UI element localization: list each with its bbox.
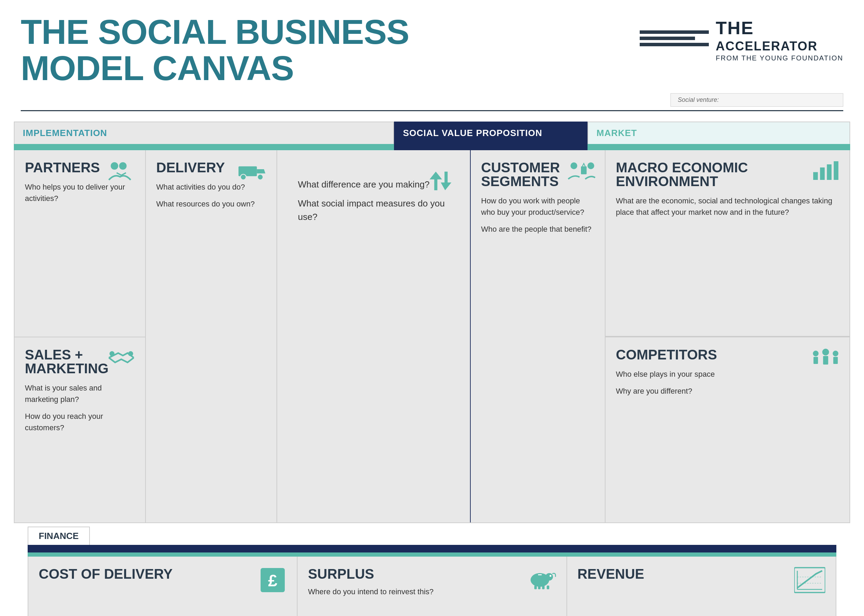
surplus-piggy-icon xyxy=(525,566,556,591)
svg-rect-28 xyxy=(534,586,537,589)
customer-segments-icon xyxy=(565,159,596,183)
svg-marker-7 xyxy=(430,171,442,190)
svg-point-2 xyxy=(110,351,114,356)
macro-economic-icon-wrap xyxy=(810,159,841,184)
logo-from: FROM THE YOUNG FOUNDATION xyxy=(716,54,843,62)
svg-point-9 xyxy=(571,162,577,169)
svg-rect-15 xyxy=(834,161,839,180)
header-divider xyxy=(21,110,843,111)
logo-the: THE xyxy=(716,17,843,39)
top-bar xyxy=(14,144,850,150)
finance-cell-surplus: SURPLUS Where do you intend to reinvest … xyxy=(297,556,566,616)
surplus-title: SURPLUS xyxy=(308,566,556,582)
svg-rect-10 xyxy=(581,167,587,174)
svg-point-25 xyxy=(546,573,553,581)
sales-marketing-icon-wrap xyxy=(106,346,137,371)
cell-delivery: DELIVERY What activities do you do? What… xyxy=(146,150,276,522)
top-bar-implementation xyxy=(14,144,394,150)
delivery-body: What activities do you do? What resource… xyxy=(156,181,266,210)
main-title-block: THE SOCIAL BUSINESS MODEL CANVAS xyxy=(21,14,409,86)
section-label-implementation: IMPLEMENTATION xyxy=(14,121,394,144)
logo-line-2 xyxy=(640,36,695,40)
svg-rect-21 xyxy=(833,357,838,364)
svg-rect-27 xyxy=(547,586,549,589)
svg-rect-31 xyxy=(538,574,542,575)
social-value-icon-wrap xyxy=(420,169,451,195)
top-bar-social xyxy=(394,144,588,150)
logo-line-3 xyxy=(640,43,709,46)
revenue-chart-icon xyxy=(794,566,825,594)
svg-marker-8 xyxy=(441,171,451,190)
competitors-title: COMPETITORS xyxy=(616,348,839,361)
logo-text: THE ACCELERATOR FROM THE YOUNG FOUNDATIO… xyxy=(716,17,843,62)
competitors-icon-wrap xyxy=(810,346,841,371)
finance-bar xyxy=(28,545,836,553)
svg-point-20 xyxy=(832,351,838,356)
finance-section: FINANCE COST OF DELIVERY £ xyxy=(14,523,850,616)
svg-point-5 xyxy=(241,174,246,180)
partners-icon-wrap xyxy=(106,159,137,184)
svg-point-6 xyxy=(257,174,263,180)
macro-economic-body: What are the economic, social and techno… xyxy=(616,195,839,218)
main-grid: PARTNERS Who helps you to deliver your a… xyxy=(14,150,850,523)
logo-line-1 xyxy=(640,30,709,34)
cell-macro-economic: MACRO ECONOMIC ENVIRONMENT What are the … xyxy=(605,150,850,337)
finance-label-bar: FINANCE xyxy=(14,523,850,545)
partners-body: Who helps you to deliver your activities… xyxy=(25,181,135,204)
cost-icon: £ xyxy=(259,566,287,599)
macro-economic-icon xyxy=(810,159,841,183)
finance-cell-cost: COST OF DELIVERY £ xyxy=(28,556,297,616)
svg-rect-12 xyxy=(813,172,818,180)
section-labels: IMPLEMENTATION SOCIAL VALUE PROPOSITION … xyxy=(14,121,850,144)
svg-rect-13 xyxy=(820,168,825,180)
logo-lines-icon xyxy=(640,30,709,46)
customer-segments-body: How do you work with people who buy your… xyxy=(481,195,594,235)
canvas-area: IMPLEMENTATION SOCIAL VALUE PROPOSITION … xyxy=(0,121,864,616)
logo-row: THE ACCELERATOR FROM THE YOUNG FOUNDATIO… xyxy=(640,17,843,62)
col-delivery: DELIVERY What activities do you do? What… xyxy=(146,150,277,522)
cost-pound-icon: £ xyxy=(259,566,287,594)
svg-point-0 xyxy=(110,162,118,170)
social-value-inner: What difference are you making? What soc… xyxy=(287,160,460,515)
header: THE SOCIAL BUSINESS MODEL CANVAS THE ACC… xyxy=(0,0,864,93)
col-partners: PARTNERS Who helps you to deliver your a… xyxy=(14,150,146,522)
customer-segments-icon-wrap xyxy=(565,159,596,184)
social-value-icon xyxy=(420,169,451,193)
macro-economic-title: MACRO ECONOMIC ENVIRONMENT xyxy=(616,160,839,188)
svg-point-30 xyxy=(550,575,551,577)
social-venture-row: Social venture: xyxy=(0,93,864,107)
svg-point-16 xyxy=(813,351,818,356)
svg-point-3 xyxy=(128,351,133,356)
svg-point-1 xyxy=(119,162,127,170)
col-macro: MACRO ECONOMIC ENVIRONMENT What are the … xyxy=(605,150,850,522)
col-social-value: What difference are you making? What soc… xyxy=(277,150,471,522)
svg-rect-14 xyxy=(827,164,832,180)
cell-sales-marketing: SALES + MARKETING What is your sales and… xyxy=(14,337,145,522)
competitors-icon xyxy=(810,346,841,370)
sales-marketing-icon xyxy=(106,346,137,370)
cell-customer-segments: CUSTOMER SEGMENTS How do you work with p… xyxy=(471,150,605,522)
surplus-icon xyxy=(525,566,556,596)
finance-label: FINANCE xyxy=(28,526,90,545)
logo-accelerator: ACCELERATOR xyxy=(716,39,843,53)
section-label-market: MARKET xyxy=(588,121,850,144)
finance-cell-revenue: REVENUE xyxy=(566,556,836,616)
cell-competitors: COMPETITORS Who else plays in your space… xyxy=(605,337,850,522)
section-label-social-value: SOCIAL VALUE PROPOSITION xyxy=(394,121,588,144)
finance-bottom-bar xyxy=(28,553,836,556)
competitors-body: Who else plays in your space Why are you… xyxy=(616,368,839,397)
cost-title: COST OF DELIVERY xyxy=(39,566,287,582)
logo-area: THE ACCELERATOR FROM THE YOUNG FOUNDATIO… xyxy=(640,14,843,62)
surplus-body: Where do you intend to reinvest this? xyxy=(308,587,556,596)
svg-rect-19 xyxy=(823,356,828,365)
top-bar-market xyxy=(588,144,850,150)
svg-rect-26 xyxy=(542,586,544,589)
finance-grid: COST OF DELIVERY £ xyxy=(28,556,836,616)
revenue-title: REVENUE xyxy=(577,566,825,582)
svg-rect-29 xyxy=(538,586,540,589)
delivery-icon-wrap xyxy=(237,159,268,184)
svg-text:£: £ xyxy=(268,572,277,590)
partners-icon xyxy=(106,159,137,183)
sales-marketing-body: What is your sales and marketing plan? H… xyxy=(25,382,135,433)
svg-rect-17 xyxy=(814,357,818,364)
